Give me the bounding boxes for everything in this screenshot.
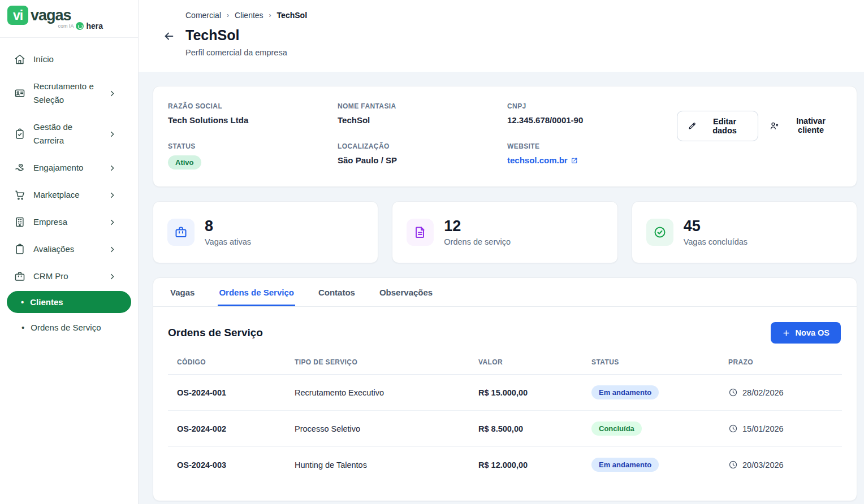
field-label: LOCALIZAÇÃO [338, 142, 507, 150]
shopping-cart-icon [14, 189, 25, 201]
field-nome-fantasia: NOME FANTASIA TechSol [338, 102, 507, 125]
sidebar-item-recrutamento[interactable]: Recrutamento e Seleção [0, 73, 138, 114]
breadcrumb-item-current: TechSol [277, 11, 307, 20]
chevron-right-icon [108, 245, 116, 254]
clipboard-check-icon [14, 128, 25, 140]
sidebar-item-label: Gestão de Carreira [33, 120, 100, 147]
field-value: TechSol [338, 115, 507, 125]
file-text-icon [407, 219, 434, 246]
order-value: R$ 8.500,00 [469, 411, 582, 447]
table-header-row: CÓDIGO TIPO DE SERVIÇO VALOR STATUS PRAZ… [168, 350, 842, 375]
deactivate-client-button[interactable]: Inativar cliente [766, 111, 841, 140]
stat-value: 12 [444, 218, 511, 234]
stat-card-ordens-servico: 12 Ordens de serviço [392, 201, 617, 263]
sidebar-subitem-clientes[interactable]: • Clientes [7, 291, 131, 313]
building-icon [14, 216, 25, 228]
company-profile-card: RAZÃO SOCIAL Tech Solutions Ltda STATUS … [153, 86, 857, 187]
sidebar-subitem-label: Ordens de Serviço [31, 323, 101, 332]
external-link-icon [571, 157, 578, 164]
sidebar-subitem-label: Clientes [30, 297, 63, 307]
sidebar-item-avaliacoes[interactable]: Avaliações [0, 236, 138, 263]
status-badge: Ativo [168, 155, 201, 170]
hera-icon [76, 22, 84, 30]
column-header-status: STATUS [582, 350, 719, 375]
tab-ordens-de-servico[interactable]: Ordens de Serviço [218, 278, 295, 306]
sidebar-item-crm-pro[interactable]: CRM Pro [0, 263, 138, 290]
tab-vagas[interactable]: Vagas [169, 278, 196, 306]
briefcase-icon [14, 271, 25, 282]
status-badge: Em andamento [591, 458, 659, 472]
order-deadline: 20/03/2026 [728, 460, 833, 470]
deadline-date: 15/01/2026 [742, 424, 784, 433]
new-os-button[interactable]: Nova OS [771, 322, 841, 344]
column-header-prazo: PRAZO [719, 350, 842, 375]
clock-icon [728, 388, 738, 397]
tab-contatos[interactable]: Contatos [317, 278, 356, 306]
sidebar-item-inicio[interactable]: Início [0, 46, 138, 73]
sidebar-item-label: Início [33, 53, 100, 66]
tab-observacoes[interactable]: Observações [378, 278, 434, 306]
main-content: Comercial › Clientes › TechSol TechSol P… [139, 0, 864, 504]
order-code: OS-2024-002 [168, 411, 286, 447]
orders-title: Ordens de Serviço [168, 327, 263, 339]
status-badge: Concluída [591, 422, 642, 436]
clipboard-icon [14, 244, 25, 255]
chevron-right-icon [108, 218, 116, 227]
table-row[interactable]: OS-2024-001 Recrutamento Executivo R$ 15… [168, 375, 842, 411]
order-value: R$ 12.000,00 [469, 447, 582, 483]
field-label: WEBSITE [507, 142, 677, 150]
field-website: WEBSITE techsol.com.br [507, 142, 677, 166]
stat-label: Vagas ativas [205, 237, 251, 246]
table-row[interactable]: OS-2024-003 Hunting de Talentos R$ 12.00… [168, 447, 842, 483]
order-type: Recrutamento Executivo [286, 375, 469, 411]
sidebar-menu: Início Recrutamento e Seleção Gestão de … [0, 38, 138, 340]
clock-icon [728, 424, 738, 433]
sidebar-item-label: Marketplace [33, 188, 100, 202]
deactivate-client-label: Inativar cliente [784, 116, 837, 134]
bullet-icon: • [21, 323, 24, 332]
order-code: OS-2024-001 [168, 375, 286, 411]
breadcrumb-item-comercial[interactable]: Comercial [185, 11, 221, 20]
sidebar-item-engajamento[interactable]: Engajamento [0, 154, 138, 181]
table-row[interactable]: OS-2024-002 Processo Seletivo R$ 8.500,0… [168, 411, 842, 447]
brand-tagline: com IA [58, 23, 74, 29]
brand-logo-mark: vi [7, 6, 28, 25]
website-url: techsol.com.br [507, 155, 568, 165]
bullet-icon: • [21, 298, 24, 306]
field-value: Tech Solutions Ltda [168, 115, 338, 125]
brand-logo[interactable]: vi vagas com IA hera [0, 0, 138, 38]
pencil-icon [688, 121, 697, 131]
column-header-codigo: CÓDIGO [168, 350, 286, 375]
edit-data-button[interactable]: Editar dados [677, 111, 758, 141]
briefcase-icon [167, 219, 195, 246]
order-deadline: 28/02/2026 [728, 388, 833, 397]
sidebar-item-empresa[interactable]: Empresa [0, 208, 138, 236]
stat-value: 45 [684, 218, 748, 234]
sidebar-item-gestao-carreira[interactable]: Gestão de Carreira [0, 114, 138, 154]
home-icon [14, 54, 25, 65]
clock-icon [728, 460, 738, 470]
website-link[interactable]: techsol.com.br [507, 155, 578, 165]
field-value: São Paulo / SP [338, 155, 507, 165]
field-cnpj: CNPJ 12.345.678/0001-90 [507, 102, 677, 125]
breadcrumb-item-clientes[interactable]: Clientes [235, 11, 263, 20]
new-os-label: Nova OS [796, 328, 830, 337]
sidebar-item-marketplace[interactable]: Marketplace [0, 181, 138, 208]
tab-bar: Vagas Ordens de Serviço Contatos Observa… [153, 278, 857, 307]
status-badge: Em andamento [591, 385, 659, 399]
breadcrumb-separator: › [269, 11, 271, 19]
sidebar-item-label: CRM Pro [33, 270, 100, 283]
breadcrumb: Comercial › Clientes › TechSol [185, 8, 307, 20]
sidebar-subitem-ordens-de-servico[interactable]: • Ordens de Serviço [0, 315, 138, 340]
chevron-right-icon [108, 164, 116, 172]
back-button[interactable] [163, 15, 175, 57]
order-code: OS-2024-003 [168, 447, 286, 483]
chevron-right-icon [108, 272, 116, 281]
page-subtitle: Perfil comercial da empresa [185, 48, 307, 57]
column-header-valor: VALOR [469, 350, 582, 375]
orders-table: CÓDIGO TIPO DE SERVIÇO VALOR STATUS PRAZ… [168, 350, 842, 483]
chevron-right-icon [108, 89, 116, 98]
stat-label: Vagas concluídas [684, 237, 748, 246]
chevron-right-icon [108, 130, 116, 138]
order-type: Processo Seletivo [286, 411, 469, 447]
